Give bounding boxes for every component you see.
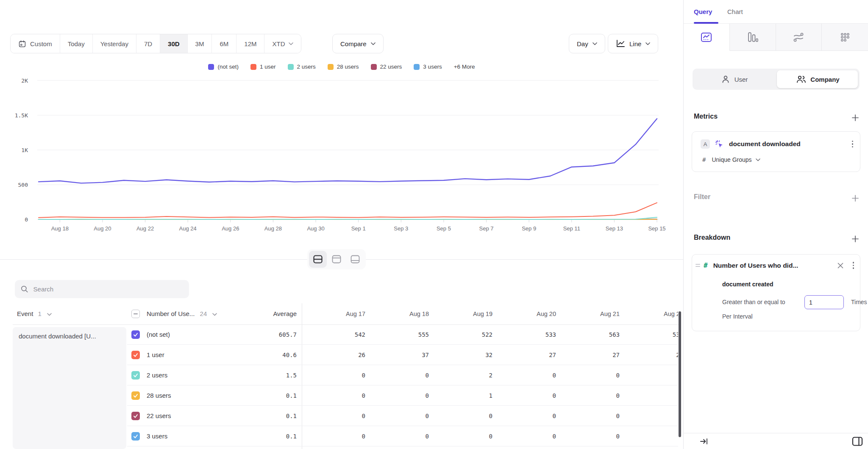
legend-swatch — [288, 64, 294, 70]
add-breakdown-button[interactable] — [850, 234, 860, 244]
row-checkbox[interactable] — [131, 371, 140, 380]
row-average: 1.5 — [286, 365, 297, 385]
table-row[interactable]: 3 users0.1 — [127, 426, 302, 446]
range-30d[interactable]: 30D — [160, 34, 188, 53]
chart-type-more-tab[interactable] — [822, 24, 868, 51]
row-checkbox[interactable] — [131, 330, 140, 339]
check-icon — [133, 373, 138, 378]
x-axis-label: Sep 13 — [606, 225, 623, 232]
table-dates-region[interactable]: Aug 17Aug 18Aug 19Aug 20Aug 21Aug 225425… — [302, 303, 678, 449]
row-checkbox[interactable] — [131, 351, 140, 359]
legend-item[interactable]: 2 users — [288, 64, 316, 70]
compare-button[interactable]: Compare — [332, 34, 384, 53]
table-row[interactable]: 2 users1.5 — [127, 365, 302, 385]
tab-chart[interactable]: Chart — [727, 0, 743, 24]
collapse-panel-icon[interactable] — [700, 438, 708, 445]
tab-query[interactable]: Query — [694, 0, 712, 24]
interval-dropdown[interactable]: Day — [569, 34, 605, 53]
hash-icon: # — [702, 156, 706, 163]
date-header-row: Aug 17Aug 18Aug 19Aug 20Aug 21Aug 22 — [302, 303, 678, 324]
legend-item[interactable]: 28 users — [328, 64, 359, 70]
chart-type-bar-tab[interactable] — [730, 24, 776, 51]
range-custom[interactable]: Custom — [11, 34, 60, 53]
chart-type-dropdown[interactable]: Line — [608, 34, 658, 53]
scope-company-option[interactable]: Company — [776, 69, 860, 90]
table-cell: 0 — [556, 406, 620, 426]
table-cell: 27 — [492, 345, 556, 365]
row-checkbox[interactable] — [131, 391, 140, 400]
range-7d[interactable]: 7D — [136, 34, 160, 53]
add-filter-button[interactable] — [850, 193, 860, 203]
legend-label: 28 users — [337, 64, 359, 70]
table-scrollbar[interactable] — [679, 311, 681, 437]
legend-item[interactable]: 22 users — [371, 64, 402, 70]
metric-menu-button[interactable] — [852, 141, 854, 148]
layout-split-button[interactable] — [309, 251, 327, 268]
legend-swatch — [328, 64, 334, 70]
row-average: 40.6 — [282, 345, 297, 365]
table-row[interactable]: 22 users0.1 — [127, 406, 302, 426]
range-yesterday[interactable]: Yesterday — [93, 34, 136, 53]
search-box[interactable] — [15, 280, 189, 298]
calendar-icon — [18, 40, 26, 48]
select-all-checkbox[interactable] — [131, 310, 140, 318]
breakdown-column-header[interactable]: Number of Use... 24 — [147, 303, 217, 324]
layout-chart-only-button[interactable] — [328, 251, 345, 268]
row-checkbox[interactable] — [131, 412, 140, 420]
legend-item[interactable]: (not set) — [208, 64, 239, 70]
check-icon — [133, 333, 138, 337]
breakdown-menu-button[interactable] — [853, 262, 854, 269]
x-axis-label: Sep 7 — [479, 225, 494, 232]
chart-type-label: Line — [629, 40, 641, 47]
breakdown-heading: Breakdown — [694, 234, 730, 241]
table-cell: 0 — [429, 406, 492, 426]
times-value-input[interactable] — [804, 295, 844, 309]
user-icon — [721, 75, 730, 84]
number-property-icon: # — [704, 261, 708, 269]
table-row-values: 542555522533563533 — [302, 324, 678, 345]
chevron-down-icon — [289, 42, 293, 45]
search-input[interactable] — [33, 285, 183, 293]
table-cell: 2 — [429, 365, 492, 385]
table-cell: 29 — [620, 345, 678, 365]
series-line-1-user — [39, 203, 657, 218]
metric-card[interactable]: A document downloaded # Unique Groups — [692, 131, 860, 172]
table-cell: 533 — [492, 324, 556, 345]
table-cell: 0 — [302, 385, 365, 406]
chevron-down-icon — [371, 42, 376, 45]
chart-type-flow-tab[interactable] — [776, 24, 822, 51]
legend-item[interactable]: 3 users — [414, 64, 442, 70]
legend-item[interactable]: 1 user — [250, 64, 276, 70]
table-row[interactable]: 28 users0.1 — [127, 385, 302, 406]
range-12m[interactable]: 12M — [236, 34, 264, 53]
row-checkbox[interactable] — [131, 432, 140, 441]
event-column-header[interactable]: Event 1 — [17, 303, 52, 324]
add-metric-button[interactable] — [850, 113, 860, 123]
table-cell: 555 — [365, 324, 429, 345]
event-name-cell[interactable]: document downloaded [U... — [13, 327, 126, 449]
table-row-values: 263732272729 — [302, 345, 678, 365]
metric-letter-badge: A — [701, 139, 710, 149]
range-3m[interactable]: 3M — [188, 34, 212, 53]
table-cell: 1 — [429, 385, 492, 406]
range-6m[interactable]: 6M — [212, 34, 236, 53]
layout-table-only-button[interactable] — [346, 251, 364, 268]
scope-user-option[interactable]: User — [693, 69, 776, 90]
range-today[interactable]: Today — [60, 34, 93, 53]
drag-handle-icon[interactable] — [696, 264, 700, 267]
row-average: 0.1 — [286, 426, 297, 446]
breakdown-card[interactable]: # Number of Users who did... document cr… — [692, 254, 860, 331]
chart-type-line-tab[interactable] — [684, 24, 730, 51]
table-row[interactable]: (not set)605.7 — [127, 324, 302, 345]
row-label: 28 users — [147, 385, 171, 406]
close-icon[interactable] — [837, 263, 843, 269]
legend-more[interactable]: +6 More — [454, 64, 475, 70]
range-xtd[interactable]: XTD — [264, 34, 301, 53]
filter-heading: Filter — [694, 193, 710, 201]
aggregation-dropdown[interactable]: Unique Groups — [712, 156, 760, 163]
table-row[interactable]: 1 user40.6 — [127, 345, 302, 365]
line-chart[interactable]: 2K1.5K1K5000Aug 18Aug 20Aug 22Aug 24Aug … — [0, 72, 683, 238]
check-icon — [133, 414, 138, 419]
side-panel-icon[interactable] — [852, 436, 863, 446]
chevron-down-icon — [645, 42, 650, 45]
